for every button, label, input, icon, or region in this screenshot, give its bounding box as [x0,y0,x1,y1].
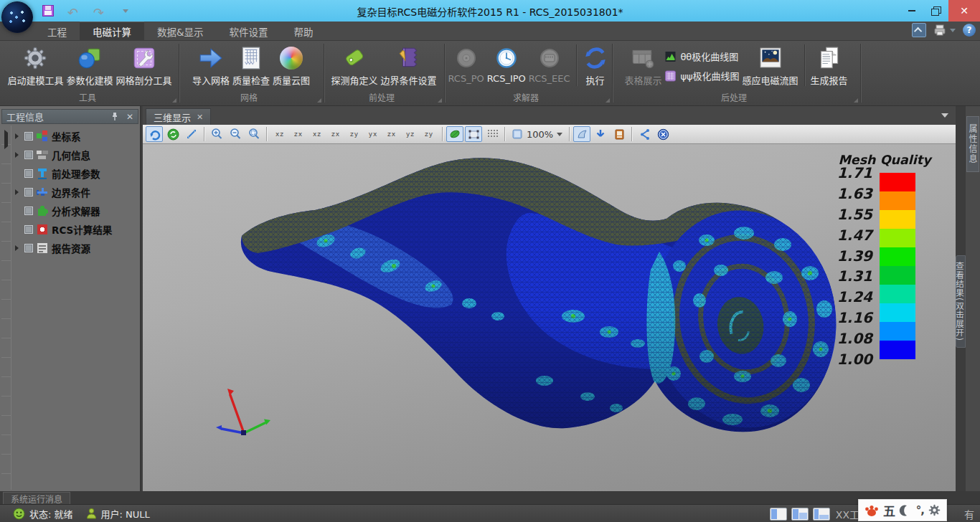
fit-view-button[interactable] [183,126,200,142]
layout-bottom-icon[interactable] [813,508,830,521]
tab-3d-display[interactable]: 三维显示 ✕ [146,108,211,125]
pin-icon[interactable] [110,112,119,121]
detect-angle-button[interactable]: 探测角定义 [331,42,377,88]
layout-left-icon[interactable] [770,508,787,521]
menu-tab[interactable]: 软件设置 [217,22,281,41]
quality-check-button[interactable]: 质量检查 [232,42,270,88]
tree-item[interactable]: 报告资源 [12,239,138,257]
ime-halfmoon-icon[interactable] [899,504,912,517]
legend-value: 1.16 [835,308,880,327]
move-down-button[interactable] [592,126,609,142]
tree-checkbox[interactable] [24,207,33,215]
view-orientation-button[interactable]: yz [401,126,420,142]
quality-cloud-button[interactable]: 质量云图 [273,42,310,88]
close-button[interactable]: ✕ [948,0,980,22]
expand-arrow-icon[interactable] [4,130,8,149]
tree-item[interactable]: 几何信息 [12,146,138,164]
import-mesh-button[interactable]: 导入网格 [192,42,230,88]
tree-item[interactable]: 坐标系 [12,127,138,146]
view-orientation-button[interactable]: xz [308,126,326,142]
tree-checkbox[interactable] [24,132,33,141]
menu-tab[interactable]: 工程 [34,22,80,41]
fin-tool-button[interactable] [573,126,590,142]
selection-box-button[interactable] [465,126,482,142]
group-expand-icon[interactable] [317,98,321,103]
group-expand-icon[interactable] [606,98,610,103]
ime-logo-paw-icon[interactable] [864,503,880,518]
tab-system-messages[interactable]: 系统运行消息 [3,492,70,504]
menu-tab[interactable]: 帮助 [281,22,326,41]
expand-arrow-icon[interactable] [15,133,19,139]
view-orientation-button[interactable]: zy [345,126,364,142]
help-button[interactable]: ? [963,24,976,37]
view-orientation-button[interactable]: zy [420,126,438,142]
refresh-view-button[interactable] [164,126,182,142]
share-view-button[interactable] [636,126,653,142]
generate-report-button[interactable]: 生成报告 [811,42,848,88]
zoom-out-button[interactable] [227,126,244,142]
group-expand-icon[interactable] [854,98,858,103]
mesh-partition-tool-button[interactable]: 网格剖分工具 [116,42,172,88]
ime-settings-gear-icon[interactable] [928,503,941,517]
launch-modeling-tool-button[interactable]: 启动建模工具 [7,42,63,88]
ime-punctuation-mode[interactable]: °, [916,504,924,517]
tab-properties[interactable]: 属性信息 [966,116,979,172]
grid-points-button[interactable] [484,126,501,142]
group-expand-icon[interactable] [172,98,176,103]
view-orientation-icon: zy [350,130,359,138]
rotate-view-button[interactable] [146,126,163,142]
view-orientation-button[interactable]: xz [270,126,289,142]
group-expand-icon[interactable] [438,98,442,103]
tab-view-results[interactable]: 查看结果(双击展开) [956,255,966,348]
menu-tab[interactable]: 电磁计算 [80,22,144,41]
rcs-ipo-button[interactable]: RCS_IPO [487,42,526,88]
boundary-settings-button[interactable]: 边界条件设置 [381,42,437,88]
tree-item[interactable]: 分析求解器 [12,201,138,220]
zoom-level-control[interactable]: 100% [509,128,565,140]
project-panel-title: 工程信息 [6,110,110,123]
view-orientation-button[interactable]: zx [289,126,308,142]
view-orientation-button[interactable]: zx [382,126,401,142]
window-copy-button[interactable] [611,126,628,142]
zoom-in-button[interactable] [208,126,225,142]
rcs-eec-button[interactable]: RCS_EEC [529,42,570,88]
model-canvas[interactable]: Mesh Quality 1.711.631.551.471.391.311.2… [143,144,956,491]
view-orientation-button[interactable]: yx [364,126,382,142]
view-orientation-icon: yx [369,130,378,138]
table-display-button[interactable]: 表格展示 [624,42,661,88]
expand-arrow-icon[interactable] [15,245,19,251]
rotate-icon [149,128,161,141]
expand-arrow-icon[interactable] [15,189,19,195]
psi-polarization-curve-button[interactable]: ψψ极化曲线图 [664,69,739,82]
theta-polarization-curve-button[interactable]: θθ极化曲线图 [664,49,739,63]
tab-list-dropdown-icon[interactable] [941,113,948,118]
legend-swatch [880,210,915,229]
tree-item[interactable]: RCS计算结果 [12,220,138,239]
app-logo[interactable] [1,1,33,33]
induced-current-map-button[interactable]: 感应电磁流图 [743,42,798,88]
collapse-ribbon-button[interactable] [912,23,926,37]
tree-checkbox[interactable] [24,244,33,252]
shaded-display-button[interactable] [446,126,463,142]
tree-item[interactable]: 边界条件 [12,183,138,201]
tree-checkbox[interactable] [24,169,33,178]
zoom-window-button[interactable] [245,126,263,142]
tree-checkbox[interactable] [24,225,33,234]
execute-button[interactable]: 执行 [583,42,608,88]
style-menu-button[interactable] [933,24,956,37]
layout-split-icon[interactable] [791,508,809,521]
view-orientation-button[interactable]: zx [326,126,345,142]
tree-item[interactable]: 前处理参数 [12,164,138,183]
rcs-po-button[interactable]: RCS_PO [448,42,484,88]
parametric-modeling-button[interactable]: 参数化建模 [66,42,113,88]
restore-button[interactable] [924,0,948,22]
menu-tab[interactable]: 数据&显示 [144,22,217,41]
tree-checkbox[interactable] [24,151,33,159]
panel-close-icon[interactable]: ✕ [126,112,133,122]
close-view-button[interactable] [654,126,672,142]
expand-arrow-icon[interactable] [15,152,19,158]
ime-wubi-mode[interactable]: 五 [883,501,895,519]
minimize-button[interactable] [900,0,924,22]
tab-close-icon[interactable]: ✕ [197,113,203,122]
tree-checkbox[interactable] [24,188,33,196]
